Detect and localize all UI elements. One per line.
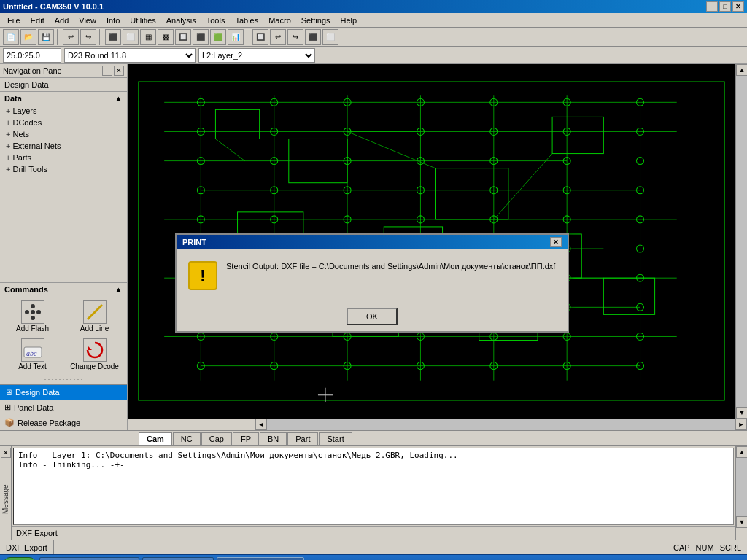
- menu-macro[interactable]: Macro: [264, 15, 295, 26]
- add-text-label: Add Text: [18, 362, 47, 370]
- toolbar-btn4[interactable]: ▩: [158, 29, 174, 45]
- close-button[interactable]: ✕: [732, 1, 744, 12]
- toolbar-btn2[interactable]: ⬜: [123, 29, 139, 45]
- data-collapse[interactable]: ▲: [115, 94, 123, 103]
- toolbar-undo[interactable]: ↩: [63, 29, 79, 45]
- tab-bn[interactable]: BN: [260, 432, 287, 445]
- tab-cam[interactable]: Cam: [139, 432, 172, 445]
- change-dcode-label: Change Dcode: [70, 362, 119, 370]
- menubar: File Edit Add View Info Utilities Analys…: [0, 13, 747, 28]
- tree-external-nets[interactable]: + External Nets: [0, 140, 127, 152]
- toolbar-zoom2[interactable]: ↩: [270, 29, 286, 45]
- task-paint[interactable]: ПП13.JPG - Paint: [142, 557, 213, 561]
- menu-info[interactable]: Info: [102, 15, 124, 26]
- nav-pane-minimize[interactable]: _: [102, 66, 112, 76]
- output-panel: ✕ Message Info - Layer 1: C:\Documents a…: [0, 445, 747, 540]
- output-scrollbar[interactable]: ▲ ▼: [735, 446, 747, 540]
- commands-label: Commands: [4, 285, 48, 294]
- scroll-track-bottom[interactable]: [267, 419, 735, 430]
- scroll-left-arrow[interactable]: ◄: [255, 419, 267, 430]
- tree-parts-expand: +: [6, 153, 10, 162]
- tree-drill-tools[interactable]: + Drill Tools: [0, 163, 127, 175]
- tree-layers[interactable]: + Layers: [0, 105, 127, 117]
- menu-file[interactable]: File: [3, 15, 25, 26]
- toolbar-redo[interactable]: ↪: [80, 29, 96, 45]
- status-scrl: SCRL: [720, 543, 741, 552]
- toolbar-zoom1[interactable]: 🔲: [252, 29, 268, 45]
- menu-settings[interactable]: Settings: [297, 15, 335, 26]
- tab-cap[interactable]: Cap: [201, 432, 232, 445]
- toolbar-btn3[interactable]: ▦: [140, 29, 156, 45]
- toolbar-btn1[interactable]: ⬛: [105, 29, 121, 45]
- drill-select[interactable]: D23 Round 11.8: [64, 48, 196, 63]
- svg-point-1: [31, 310, 35, 314]
- output-close-button[interactable]: ✕: [1, 448, 11, 458]
- cmd-add-line[interactable]: Add Line: [65, 299, 124, 334]
- tree-dcodes[interactable]: + DCodes: [0, 117, 127, 128]
- nav-release-package[interactable]: 📦 Release Package: [0, 415, 127, 430]
- scroll-track-right[interactable]: [736, 76, 747, 407]
- taskbar: Пуск C:\Documents and Settin... ПП13.JPG…: [0, 554, 747, 560]
- tree-external-nets-label: External Nets: [12, 141, 61, 150]
- menu-view[interactable]: View: [74, 15, 101, 26]
- task-documents[interactable]: C:\Documents and Settin...: [39, 557, 140, 561]
- menu-utilities[interactable]: Utilities: [125, 15, 160, 26]
- data-scroll[interactable]: + Layers + DCodes + Nets + External Nets: [0, 105, 127, 282]
- status-num: NUM: [696, 543, 714, 552]
- toolbar-sep3: [247, 29, 249, 45]
- nav-pane-close[interactable]: ✕: [114, 66, 124, 76]
- status-export-text: DXF Export: [0, 540, 54, 554]
- task-cam350[interactable]: Untitled - CAM350 V ...: [217, 557, 304, 561]
- maximize-button[interactable]: □: [719, 1, 731, 12]
- scroll-down-arrow[interactable]: ▼: [736, 407, 747, 419]
- toolbar-zoom4[interactable]: ⬛: [305, 29, 321, 45]
- toolbar-zoom3[interactable]: ↪: [287, 29, 303, 45]
- toolbar-new[interactable]: 📄: [3, 29, 19, 45]
- status-right: CAP NUM SCRL: [667, 543, 747, 552]
- menu-analysis[interactable]: Analysis: [162, 15, 201, 26]
- output-scroll-up[interactable]: ▲: [736, 446, 747, 458]
- output-scroll-down[interactable]: ▼: [736, 516, 747, 528]
- toolbar-btn8[interactable]: 📊: [228, 29, 244, 45]
- scroll-right-arrow[interactable]: ►: [735, 419, 747, 430]
- toolbar-open[interactable]: 📂: [20, 29, 36, 45]
- output-status-bar: DXF Export: [12, 526, 735, 540]
- toolbar-zoom5[interactable]: ⬜: [322, 29, 338, 45]
- nav-panel-data[interactable]: ⊞ Panel Data: [0, 400, 127, 415]
- coord-input[interactable]: [3, 48, 61, 63]
- cmd-add-flash[interactable]: Add Flash: [3, 299, 62, 334]
- nav-design-data[interactable]: 🖥 Design Data: [0, 385, 127, 400]
- svg-line-5: [88, 305, 102, 319]
- cmd-add-text[interactable]: abc Add Text: [3, 337, 62, 372]
- toolbar-save[interactable]: 💾: [38, 29, 54, 45]
- start-button[interactable]: Пуск: [3, 557, 36, 561]
- layer-select[interactable]: L2:Layer_2: [198, 48, 315, 63]
- commands-collapse[interactable]: ▲: [115, 285, 123, 294]
- cmd-change-dcode[interactable]: Change Dcode: [65, 337, 124, 372]
- tree-parts[interactable]: + Parts: [0, 152, 127, 163]
- menu-edit[interactable]: Edit: [26, 15, 49, 26]
- dialog-ok-button[interactable]: OK: [347, 308, 398, 325]
- output-text-area[interactable]: Info - Layer 1: C:\Documents and Setting…: [13, 448, 734, 525]
- output-scroll-track[interactable]: [736, 458, 747, 516]
- titlebar-controls[interactable]: _ □ ✕: [706, 1, 744, 12]
- svg-point-0: [25, 310, 29, 314]
- tree-nets[interactable]: + Nets: [0, 128, 127, 140]
- tab-start[interactable]: Start: [319, 432, 352, 445]
- toolbar-btn6[interactable]: ⬛: [193, 29, 209, 45]
- print-dialog: PRINT ✕ ! Stencil Output: DXF file = C:\…: [175, 233, 569, 332]
- coordbar: D23 Round 11.8 L2:Layer_2: [0, 47, 747, 64]
- menu-add[interactable]: Add: [50, 15, 74, 26]
- output-status-text: DXF Export: [16, 529, 58, 537]
- minimize-button[interactable]: _: [706, 1, 718, 12]
- toolbar-btn7[interactable]: 🟩: [210, 29, 226, 45]
- menu-tools[interactable]: Tools: [202, 15, 230, 26]
- tab-part[interactable]: Part: [287, 432, 318, 445]
- toolbar-btn5[interactable]: 🔲: [175, 29, 191, 45]
- print-dialog-close[interactable]: ✕: [550, 237, 562, 247]
- tab-fp[interactable]: FP: [233, 432, 259, 445]
- tab-nc[interactable]: NC: [173, 432, 201, 445]
- menu-help[interactable]: Help: [336, 15, 362, 26]
- menu-tables[interactable]: Tables: [231, 15, 263, 26]
- scroll-up-arrow[interactable]: ▲: [736, 64, 747, 76]
